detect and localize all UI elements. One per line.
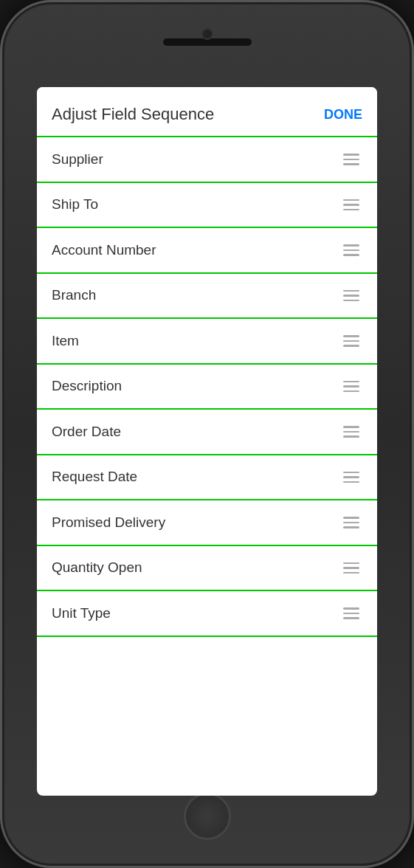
screen: Adjust Field Sequence DONE SupplierShip … bbox=[37, 87, 377, 796]
field-item-branch[interactable]: Branch bbox=[37, 274, 377, 320]
drag-handle-item[interactable] bbox=[340, 332, 362, 350]
field-item-supplier[interactable]: Supplier bbox=[37, 136, 377, 183]
field-label-item: Item bbox=[52, 333, 79, 349]
field-label-order-date: Order Date bbox=[52, 424, 121, 440]
field-item-account-number[interactable]: Account Number bbox=[37, 228, 377, 274]
drag-handle-quantity-open[interactable] bbox=[340, 559, 362, 577]
drag-handle-order-date[interactable] bbox=[340, 423, 362, 441]
field-item-ship-to[interactable]: Ship To bbox=[37, 183, 377, 229]
field-label-description: Description bbox=[52, 378, 122, 394]
field-item-unit-type[interactable]: Unit Type bbox=[37, 591, 377, 637]
field-label-supplier: Supplier bbox=[52, 151, 103, 168]
phone-camera bbox=[201, 28, 213, 40]
done-button[interactable]: DONE bbox=[324, 107, 362, 123]
home-button[interactable] bbox=[184, 793, 231, 840]
field-item-request-date[interactable]: Request Date bbox=[37, 455, 377, 501]
phone-device: Adjust Field Sequence DONE SupplierShip … bbox=[0, 0, 414, 868]
drag-handle-description[interactable] bbox=[340, 378, 362, 396]
field-label-request-date: Request Date bbox=[52, 469, 137, 485]
field-item-quantity-open[interactable]: Quantity Open bbox=[37, 546, 377, 592]
field-item-order-date[interactable]: Order Date bbox=[37, 410, 377, 455]
drag-handle-promised-delivery[interactable] bbox=[340, 514, 362, 531]
field-label-quantity-open: Quantity Open bbox=[52, 559, 142, 576]
field-label-branch: Branch bbox=[52, 287, 96, 303]
drag-handle-ship-to[interactable] bbox=[340, 196, 362, 214]
field-item-promised-delivery[interactable]: Promised Delivery bbox=[37, 500, 377, 546]
header: Adjust Field Sequence DONE bbox=[37, 87, 377, 136]
field-label-promised-delivery: Promised Delivery bbox=[52, 514, 165, 531]
drag-handle-supplier[interactable] bbox=[340, 151, 362, 168]
page-title: Adjust Field Sequence bbox=[52, 105, 214, 124]
field-label-unit-type: Unit Type bbox=[52, 605, 111, 621]
drag-handle-branch[interactable] bbox=[340, 287, 362, 305]
drag-handle-account-number[interactable] bbox=[340, 241, 362, 259]
field-label-ship-to: Ship To bbox=[52, 196, 98, 213]
drag-handle-unit-type[interactable] bbox=[340, 604, 362, 622]
drag-handle-request-date[interactable] bbox=[340, 469, 362, 486]
field-item-item[interactable]: Item bbox=[37, 319, 377, 365]
field-item-description[interactable]: Description bbox=[37, 365, 377, 410]
field-list: SupplierShip ToAccount NumberBranchItemD… bbox=[37, 136, 377, 785]
field-label-account-number: Account Number bbox=[52, 242, 156, 258]
